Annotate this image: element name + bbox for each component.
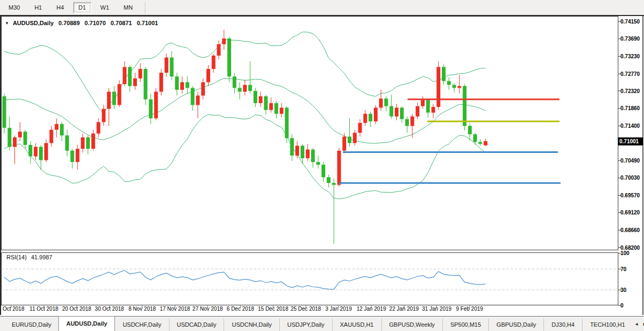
tf-button-h4[interactable]: H4 (51, 2, 69, 13)
chart-title: ▼ AUDUSD,Daily 0.70889 0.71070 0.70871 0… (5, 20, 158, 26)
candle (254, 91, 257, 103)
candle (290, 138, 294, 156)
candle (484, 141, 487, 145)
rsi-plot-frame (2, 253, 618, 305)
tab-usdcnh-daily[interactable]: USDCNH,Daily (224, 318, 279, 331)
candle (86, 137, 90, 149)
candle (206, 69, 210, 82)
main-plot-frame (2, 17, 618, 250)
candle (436, 67, 440, 107)
candle (457, 86, 461, 88)
candle (128, 67, 132, 86)
tf-button-d1[interactable]: D1 (73, 2, 91, 13)
candle (337, 151, 341, 185)
candle (369, 114, 372, 121)
candle (107, 92, 111, 109)
candle (71, 151, 74, 162)
candle (442, 67, 446, 81)
rsi-name: RSI(14) (6, 254, 27, 260)
tf-button-mn[interactable]: MN (118, 2, 138, 13)
candle (389, 106, 393, 117)
candle (410, 117, 414, 126)
ohlc-open: 0.70889 (58, 20, 80, 26)
candle (285, 107, 289, 138)
tf-button-h1[interactable]: H1 (29, 2, 47, 13)
tab-scroll-left-icon[interactable]: ◂ (633, 321, 641, 327)
candle (421, 100, 425, 106)
candle (405, 119, 409, 126)
chart-tab-bar: EURUSD,Daily AUDUSD,Daily USDCHF,Daily U… (0, 316, 644, 331)
candle (332, 183, 336, 185)
candle (217, 44, 220, 56)
candle (102, 109, 105, 122)
candle (3, 96, 6, 128)
tab-audusd-daily[interactable]: AUDUSD,Daily (58, 316, 115, 331)
tab-dj30-h4[interactable]: DJ30,H4 (543, 318, 582, 331)
candle (149, 99, 152, 119)
tf-button-m30[interactable]: M30 (3, 2, 25, 13)
candle (384, 98, 388, 106)
price-axis-label: 0.70030 (620, 175, 640, 181)
price-axis-label: 0.74150 (620, 19, 640, 25)
date-axis-label: 20 Oct 2018 (62, 306, 91, 312)
date-axis-label: 8 Nov 2018 (128, 306, 156, 312)
candle (118, 84, 121, 105)
candle (264, 96, 268, 110)
price-axis-label: 0.68660 (620, 227, 640, 233)
candle (353, 133, 357, 143)
tab-usdjpy-daily[interactable]: USDJPY,Daily (279, 318, 332, 331)
candle (28, 145, 32, 156)
candle (379, 98, 383, 107)
candle (81, 137, 85, 149)
tab-sp500-m15[interactable]: SP500,M15 (442, 318, 488, 331)
candle (159, 73, 163, 92)
collapse-indicator-icon[interactable]: ▼ (5, 21, 9, 26)
date-axis-label: 12 Jan 2019 (357, 306, 386, 312)
candle (34, 147, 37, 157)
candle (122, 67, 126, 84)
chart-canvas[interactable]: 0.741500.736900.732300.727700.723200.718… (0, 15, 644, 316)
candle (154, 92, 158, 119)
candle (431, 107, 435, 113)
candle (316, 162, 320, 165)
date-axis-label: 9 Feb 2019 (456, 306, 483, 312)
candle (238, 88, 242, 91)
tab-usdcad-daily[interactable]: USDCAD,Daily (169, 318, 224, 331)
candle (348, 136, 351, 143)
candle (165, 58, 168, 73)
candle (212, 56, 216, 69)
candle (196, 96, 200, 105)
candle (227, 39, 231, 76)
rsi-axis-label: 70 (620, 266, 627, 272)
tab-scroll-right-icon[interactable]: ▸ (641, 321, 644, 327)
ohlc-low: 0.70871 (111, 20, 132, 26)
candle (243, 85, 247, 92)
price-axis-label: 0.69120 (620, 210, 640, 215)
date-axis-label: 11 Oct 2018 (29, 306, 58, 312)
tf-button-w1[interactable]: W1 (95, 2, 115, 13)
price-axis-label: 0.71400 (620, 123, 640, 129)
candle (55, 124, 58, 130)
candle (478, 142, 482, 144)
tab-eurusd-daily[interactable]: EURUSD,Daily (4, 318, 59, 331)
tab-usdchf-daily[interactable]: USDCHF,Daily (114, 318, 168, 331)
rsi-axis-label: 30 (620, 287, 627, 293)
candle (60, 124, 64, 135)
candle (50, 130, 53, 143)
candle (44, 143, 48, 160)
tab-gbpusd-daily[interactable]: GBPUSD,Daily (488, 318, 543, 331)
toolbar-separator (145, 2, 146, 13)
candle (65, 135, 69, 150)
date-axis-label: 25 Dec 2018 (290, 306, 321, 312)
candle (395, 107, 398, 116)
tab-tech100-h1[interactable]: TECH100,H1 (582, 318, 632, 331)
candle (139, 69, 142, 79)
candle (321, 165, 325, 177)
tab-xauusd-h1[interactable]: XAUUSD,H1 (332, 318, 381, 331)
date-axis-label: 15 Dec 2018 (258, 306, 288, 312)
candle (274, 103, 278, 114)
tab-gbpusd-weekly[interactable]: GBPUSD,Weekly (381, 318, 442, 331)
candle (301, 145, 304, 158)
tab-scroll-controls: ◂ ▸ (633, 317, 644, 331)
candle (133, 79, 137, 86)
